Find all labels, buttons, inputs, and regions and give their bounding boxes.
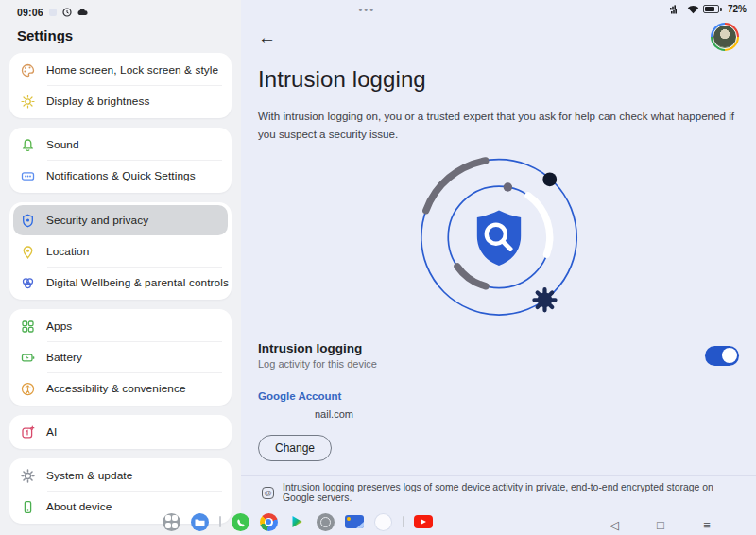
notifications-icon bbox=[21, 169, 35, 183]
sidebar-item-system-update[interactable]: System & update bbox=[9, 460, 232, 491]
sidebar-item-label: Battery bbox=[46, 351, 82, 364]
status-bar-right: 72% bbox=[670, 4, 747, 14]
play-store-icon[interactable] bbox=[288, 513, 306, 531]
toggle-row-text: Intrusion logging Log activity for this … bbox=[258, 341, 377, 370]
back-arrow-button[interactable]: ← bbox=[258, 28, 276, 46]
taskbar-dock: ◁ □ ≡ bbox=[0, 509, 756, 535]
dock-separator bbox=[403, 516, 404, 527]
sidebar-item-label: Apps bbox=[46, 319, 72, 333]
sidebar-item-label: Sound bbox=[46, 138, 79, 151]
google-account-link[interactable]: Google Account bbox=[258, 390, 739, 402]
nav-recents-button[interactable]: ≡ bbox=[699, 518, 714, 532]
inner-white-arc bbox=[527, 196, 549, 254]
intrusion-logging-toggle[interactable] bbox=[705, 346, 739, 366]
sidebar-item-label: Security and privacy bbox=[46, 214, 148, 227]
inner-gray-arc bbox=[456, 267, 485, 286]
sidebar-item-label: Accessibility & convenience bbox=[46, 382, 186, 395]
chrome-icon[interactable] bbox=[260, 513, 278, 531]
settings-sidebar: 09:06 Settings Home screen, Lock screen … bbox=[0, 0, 241, 535]
accessibility-icon bbox=[21, 382, 35, 396]
gallery-icon[interactable] bbox=[345, 515, 364, 528]
navigation-buttons: ◁ □ ≡ bbox=[607, 518, 714, 532]
outer-gray-arc bbox=[425, 161, 485, 211]
sidebar-card-apps-battery: Apps Battery Accessibility & convenience bbox=[9, 309, 232, 406]
sidebar-item-notifications[interactable]: Notifications & Quick Settings bbox=[9, 161, 232, 191]
clock-time: 09:06 bbox=[17, 7, 43, 18]
sidebar-item-ai[interactable]: AI bbox=[9, 417, 232, 447]
sidebar-item-label: System & update bbox=[46, 469, 132, 482]
dual-signal-icon bbox=[670, 4, 683, 14]
intrusion-logging-label: Intrusion logging bbox=[258, 341, 377, 355]
footnote-text: Intrusion logging preserves logs of some… bbox=[283, 482, 739, 503]
phone-app-icon[interactable] bbox=[232, 513, 249, 531]
location-pin-icon bbox=[21, 245, 35, 259]
sound-icon bbox=[21, 138, 35, 152]
orbit-gear-icon bbox=[534, 289, 555, 310]
sidebar-card-security-privacy: Security and privacy Location Digital We… bbox=[9, 202, 232, 300]
sidebar-item-display[interactable]: Display & brightness bbox=[9, 86, 232, 116]
gear-icon bbox=[21, 469, 35, 483]
sidebar-item-battery[interactable]: Battery bbox=[9, 342, 232, 372]
sidebar-card-ai: AI bbox=[9, 415, 232, 449]
page-title: Intrusion logging bbox=[258, 66, 739, 93]
dock-separator bbox=[219, 516, 221, 527]
wellbeing-icon bbox=[21, 276, 35, 290]
brightness-icon bbox=[21, 95, 35, 109]
wifi-icon bbox=[687, 5, 699, 14]
battery-icon bbox=[21, 351, 35, 365]
sidebar-item-label: Display & brightness bbox=[46, 95, 150, 108]
sidebar-item-apps[interactable]: Apps bbox=[9, 311, 232, 341]
system-emblem-icon[interactable] bbox=[317, 513, 335, 531]
notification-dim-icon bbox=[48, 8, 58, 17]
intrusion-logging-sublabel: Log activity for this device bbox=[258, 358, 377, 370]
dock-app-icons bbox=[163, 513, 433, 531]
page-title-settings: Settings bbox=[17, 27, 232, 43]
battery-nub bbox=[720, 8, 722, 11]
sidebar-item-label: Location bbox=[46, 245, 89, 258]
nav-back-button[interactable]: ◁ bbox=[607, 518, 622, 532]
shield-search-orbit-illustration bbox=[258, 147, 739, 332]
sidebar-item-accessibility[interactable]: Accessibility & convenience bbox=[9, 373, 232, 404]
sidebar-item-label: Home screen, Lock screen & style bbox=[46, 63, 218, 77]
orbit-small-dot bbox=[503, 182, 511, 191]
change-account-button[interactable]: Change bbox=[258, 435, 332, 461]
footnote-bar: @ Intrusion logging preserves logs of so… bbox=[241, 475, 756, 510]
toggle-knob bbox=[722, 348, 737, 363]
window-drag-handle[interactable]: ••• bbox=[359, 4, 376, 15]
orbit-black-dot bbox=[542, 172, 557, 186]
ai-icon bbox=[21, 425, 35, 440]
apps-grid-icon bbox=[21, 319, 35, 334]
ghost-app-icon[interactable] bbox=[374, 513, 392, 531]
status-bar-left: 09:06 bbox=[9, 0, 232, 19]
files-icon[interactable] bbox=[191, 513, 209, 531]
battery-status-icon bbox=[703, 5, 719, 13]
youtube-icon[interactable] bbox=[414, 515, 433, 528]
security-shield-icon bbox=[21, 214, 35, 228]
intrusion-logging-pane: ••• 72% ← Intrusion logging With intrusi… bbox=[241, 0, 756, 535]
sidebar-item-label: Notifications & Quick Settings bbox=[46, 169, 196, 182]
cloud-icon bbox=[77, 8, 88, 16]
encrypted-icon: @ bbox=[262, 487, 274, 499]
nav-home-button[interactable]: □ bbox=[653, 518, 668, 532]
account-email: nail.com bbox=[258, 408, 739, 420]
battery-percent: 72% bbox=[728, 4, 747, 14]
sidebar-item-digital-wellbeing[interactable]: Digital Wellbeing & parental controls bbox=[9, 268, 232, 298]
sidebar-item-home-screen[interactable]: Home screen, Lock screen & style bbox=[9, 55, 232, 85]
page-description: With intrusion logging on, you or a trus… bbox=[258, 108, 735, 143]
account-avatar[interactable] bbox=[711, 23, 739, 51]
avatar-photo bbox=[713, 25, 737, 49]
shield-search-icon bbox=[476, 211, 520, 266]
sidebar-item-sound[interactable]: Sound bbox=[9, 129, 232, 160]
sidebar-card-personalization: Home screen, Lock screen & style Display… bbox=[9, 53, 232, 118]
app-drawer-icon[interactable] bbox=[163, 513, 180, 531]
sidebar-item-label: Digital Wellbeing & parental controls bbox=[46, 276, 229, 289]
sidebar-item-label: AI bbox=[46, 425, 57, 439]
alarm-icon bbox=[62, 8, 72, 17]
sidebar-item-security-and-privacy[interactable]: Security and privacy bbox=[13, 205, 228, 235]
sidebar-item-location[interactable]: Location bbox=[9, 236, 232, 267]
sidebar-card-sound-notifications: Sound Notifications & Quick Settings bbox=[9, 128, 232, 193]
settings-app-window: 09:06 Settings Home screen, Lock screen … bbox=[0, 0, 756, 535]
palette-icon bbox=[21, 63, 35, 78]
